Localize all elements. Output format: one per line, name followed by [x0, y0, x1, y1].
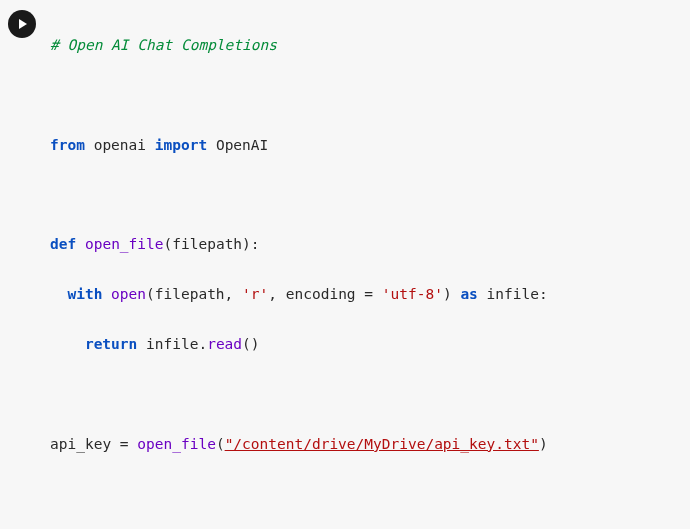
class-openai: OpenAI — [216, 137, 268, 153]
var-api-key: api_key — [50, 436, 111, 452]
str-mode: 'r' — [242, 286, 268, 302]
run-cell-button[interactable] — [8, 10, 36, 38]
play-icon — [16, 18, 28, 30]
fn-open: open — [111, 286, 146, 302]
ref-infile: infile — [146, 336, 198, 352]
param-filepath: filepath — [172, 236, 242, 252]
code-cell: # Open AI Chat Completions from openai i… — [0, 0, 690, 529]
comment-header: # Open AI Chat Completions — [50, 37, 277, 53]
kw-return: return — [85, 336, 137, 352]
fn-open-file: open_file — [85, 236, 164, 252]
call-open-file: open_file — [137, 436, 216, 452]
method-read: read — [207, 336, 242, 352]
kw-def: def — [50, 236, 76, 252]
code-editor[interactable]: # Open AI Chat Completions from openai i… — [44, 0, 690, 529]
str-utf8: 'utf-8' — [382, 286, 443, 302]
module-openai: openai — [94, 137, 146, 153]
kw-encoding: encoding — [286, 286, 356, 302]
kw-import: import — [155, 137, 207, 153]
var-infile: infile — [487, 286, 539, 302]
kw-from: from — [50, 137, 85, 153]
arg-filepath: filepath — [155, 286, 225, 302]
kw-with: with — [67, 286, 102, 302]
cell-gutter — [0, 0, 44, 38]
str-api-key-path: "/content/drive/MyDrive/api_key.txt" — [225, 436, 539, 452]
kw-as: as — [460, 286, 477, 302]
